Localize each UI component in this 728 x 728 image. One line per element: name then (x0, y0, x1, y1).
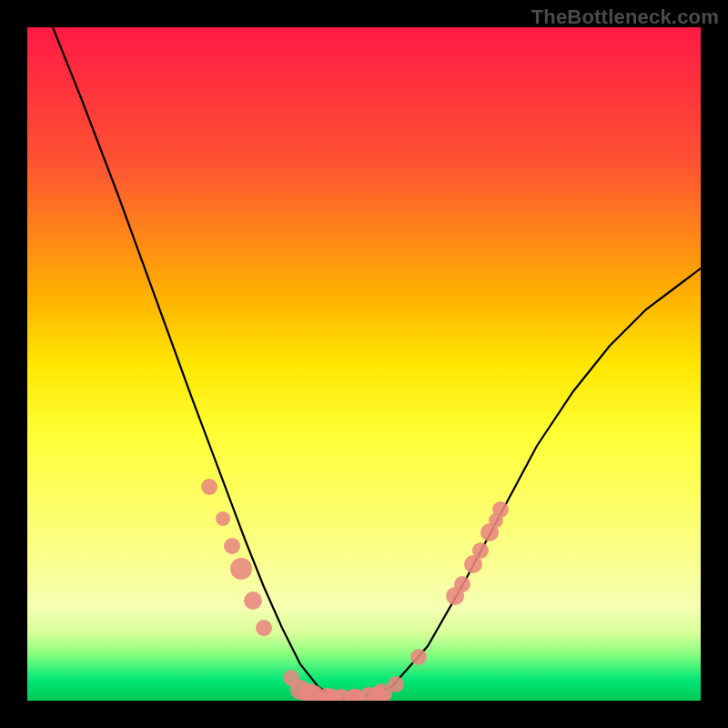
data-marker (283, 670, 299, 686)
data-marker (244, 592, 262, 610)
data-marker (492, 501, 509, 518)
curve-svg (27, 27, 701, 701)
data-marker (216, 511, 230, 526)
data-marker (454, 576, 470, 592)
data-markers (201, 479, 509, 701)
data-marker (201, 479, 217, 495)
data-marker (224, 538, 240, 554)
bottleneck-curve (53, 27, 701, 699)
data-marker (410, 649, 427, 665)
data-marker (472, 542, 489, 559)
data-marker (230, 558, 252, 580)
data-marker (388, 676, 404, 693)
data-marker (256, 620, 272, 636)
plot-area (27, 27, 701, 701)
watermark-text: TheBottleneck.com (531, 5, 719, 29)
chart-frame: TheBottleneck.com (0, 0, 728, 728)
